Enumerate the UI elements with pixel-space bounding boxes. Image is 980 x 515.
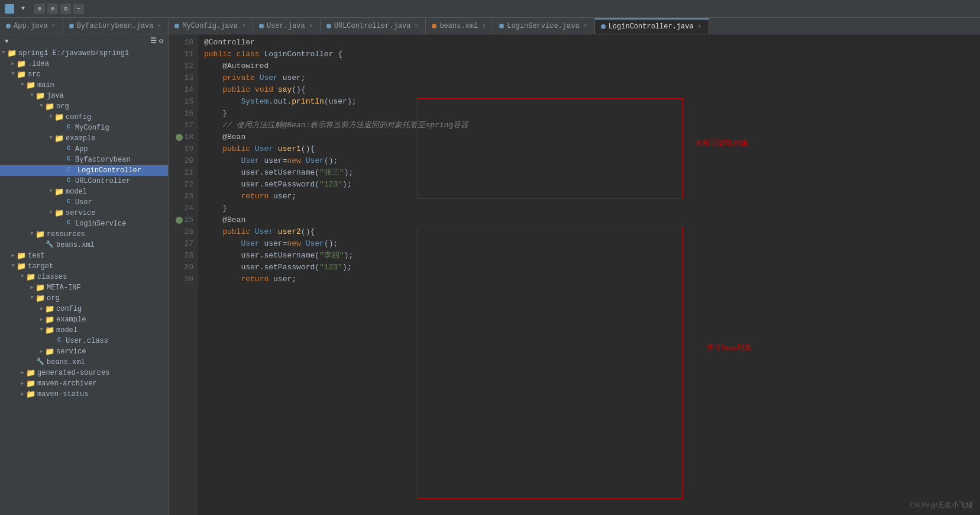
token: @Autowired [222,60,269,72]
token: user= [264,155,287,167]
code-line-12: @Autowired [198,60,980,72]
tree-item-config[interactable]: ▼📁config [0,112,168,123]
tree-arrow-spring1-root: ▼ [0,50,7,57]
tab-urlcontroller-java[interactable]: URLController.java× [321,18,426,34]
code-line-22: user.setPassword("123"); [198,179,980,191]
tree-item-model[interactable]: ▼📁model [0,186,168,197]
tree-label-loginservice: LoginService [75,220,168,228]
tree-item-beans-xml-target[interactable]: 🔧beans.xml [0,357,168,368]
token: { [338,49,342,60]
tree-item-generated-sources[interactable]: ▶📁generated-sources [0,368,168,378]
token [204,262,241,273]
tree-item-main[interactable]: ▼📁main [0,80,168,91]
tree-item-resources[interactable]: ▼📁resources [0,229,168,240]
tab-close-app-java[interactable]: × [51,22,57,30]
tree-item-model-target[interactable]: ▼📁model [0,325,168,336]
tree-icon-main: 📁 [26,81,35,90]
project-dropdown-icon[interactable]: ▼ [21,5,25,12]
tab-close-loginservice-java[interactable]: × [583,22,588,30]
navigate-back-btn[interactable]: ⊕ [34,4,45,14]
token: ); [344,250,354,262]
tree-item-org-target[interactable]: ▼📁org [0,293,168,304]
token: public [222,143,255,155]
tree-item-beans-xml-file[interactable]: 🔧beans.xml [0,240,168,250]
tree-label-service: service [66,209,168,217]
token: user; [273,273,296,285]
tab-close-myconfig-java[interactable]: × [241,22,247,30]
settings-btn[interactable]: ⚙ [60,4,71,14]
tree-item-myconfig[interactable]: CMyConfig [0,123,168,133]
token [204,214,222,226]
token: class [237,49,264,60]
tree-item-src[interactable]: ▼📁src [0,69,168,80]
tab-close-logincontroller-java[interactable]: × [697,23,703,31]
token: User [306,238,324,250]
tree-item-config-target[interactable]: ▶📁config [0,304,168,314]
tree-item-meta-inf[interactable]: ▶📁META-INF [0,282,168,293]
tree-label-beans-xml-file: beans.xml [56,241,168,249]
tree-item-loginservice[interactable]: CLoginService [0,218,168,229]
tree-item-user-class[interactable]: CUser.class [0,336,168,346]
tab-byfactorybean-java[interactable]: Byfactorybean.java× [63,18,169,34]
tree-item-classes[interactable]: ▼📁classes [0,272,168,282]
tree-arrow-user-class [47,337,54,345]
tab-beans-xml[interactable]: beans.xml× [426,18,493,34]
token: println [292,96,324,108]
tab-app-java[interactable]: App.java× [0,18,63,34]
code-line-29: user.setPassword("123"); [198,262,980,273]
sidebar-header-actions: ☰ ⚙ [150,37,163,46]
tree-item-service[interactable]: ▼📁service [0,208,168,218]
tab-myconfig-java[interactable]: MyConfig.java× [169,18,253,34]
tree-icon-user: C [64,198,73,207]
tree-item-example[interactable]: ▼📁example [0,133,168,144]
minimize-btn[interactable]: − [73,4,84,14]
tab-loginservice-java[interactable]: LoginService.java× [493,18,594,34]
token: . [287,96,292,108]
tab-close-beans-xml[interactable]: × [481,22,487,30]
tree-label-user: User [75,198,168,207]
sidebar-action-1[interactable]: ☰ [150,37,157,46]
tab-icon-loginservice-java [499,24,504,28]
sidebar-action-2[interactable]: ⚙ [159,37,163,46]
tree-item-byfactorybean[interactable]: CByfactorybean [0,154,168,165]
tab-close-user-java[interactable]: × [308,22,314,30]
tree-item-logincontroller[interactable]: CLoginController [0,165,168,176]
tree-item-idea[interactable]: ▶📁.idea [0,59,168,69]
tab-close-urlcontroller-java[interactable]: × [413,22,419,30]
tab-logincontroller-java[interactable]: LoginController.java× [595,18,709,34]
code-area[interactable]: @Controllerpublic class LoginController … [198,34,980,515]
tree-item-target[interactable]: ▼📁target [0,261,168,272]
tree-icon-java: 📁 [35,91,45,101]
tab-close-byfactorybean-java[interactable]: × [156,22,162,30]
tree-item-org[interactable]: ▼📁org [0,101,168,112]
tree-item-app[interactable]: CApp [0,144,168,154]
token: private [222,72,259,84]
tree-item-maven-archiver[interactable]: ▶📁maven-archiver [0,378,168,389]
tree-item-urlcontroller[interactable]: CURLController [0,176,168,186]
code-line-16: } [198,108,980,120]
token: return [241,191,273,202]
tree-label-service-target: service [56,347,168,356]
tab-label-loginservice-java: LoginService.java [507,22,579,30]
code-line-15: System.out.println(user); [198,96,980,108]
line-num-27: 27 [173,238,193,250]
tab-user-java[interactable]: User.java× [253,18,321,34]
tree-icon-target: 📁 [17,262,26,271]
token: User [260,72,283,84]
tree-label-model-target: model [56,326,168,334]
tree-item-maven-status[interactable]: ▶📁maven-status [0,389,168,400]
tree-item-java[interactable]: ▼📁java [0,91,168,101]
token: void [255,84,278,96]
tab-label-logincontroller-java: LoginController.java [609,22,694,31]
navigate-forward-btn[interactable]: ⊖ [47,4,58,14]
tab-label-urlcontroller-java: URLController.java [334,22,411,30]
code-line-19: public User user1(){ [198,143,980,155]
tree-item-user[interactable]: CUser [0,197,168,208]
annotation-ann2: 多个bean对象 [707,342,752,353]
tree-item-service-target[interactable]: ▶📁service [0,346,168,357]
watermark: CSDN @无名小飞猪 [910,500,973,510]
tree-item-example-target[interactable]: ▶📁example [0,314,168,325]
tree-item-test[interactable]: ▶📁test [0,250,168,261]
tree-item-spring1-root[interactable]: ▼📁spring1 E:/javaweb/spring1 [0,48,168,59]
tree-label-maven-status: maven-status [37,390,168,398]
